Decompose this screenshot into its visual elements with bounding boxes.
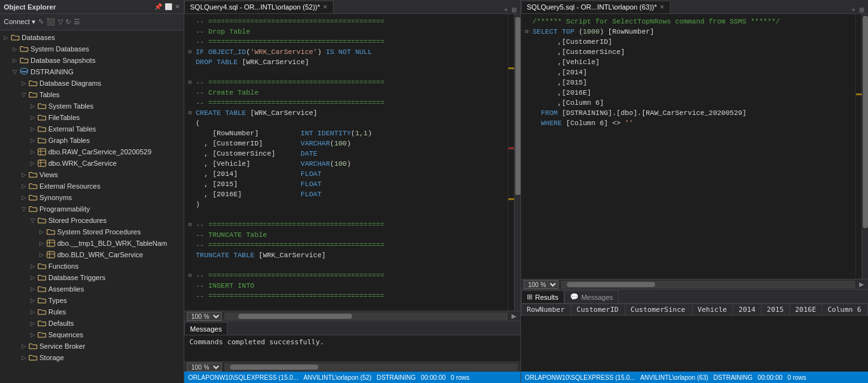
tree-item-stored-procedures[interactable]: ▽Stored Procedures [0, 215, 184, 226]
connect-button[interactable]: Connect ▾ [4, 18, 36, 26]
expand-icon-assemblies[interactable]: ▷ [28, 285, 37, 293]
expand-icon-rules[interactable]: ▷ [28, 307, 37, 316]
left-tab-bar: SQLQuery4.sql - OR...INTL\orlapon (52))*… [184, 0, 520, 14]
left-bottom-zoom-select[interactable]: 100 % [187, 363, 222, 372]
expand-icon-external-tables[interactable]: ▷ [28, 124, 37, 133]
tree-item-system-tables[interactable]: ▷System Tables [0, 100, 184, 112]
expand-icon-service-broker[interactable]: ▷ [19, 342, 28, 351]
new-query-icon[interactable]: ✎ [38, 18, 44, 26]
close-tab-2-icon[interactable]: ✕ [660, 4, 665, 10]
stop-icon[interactable]: ⬛ [46, 18, 55, 26]
results-grid-icon: ⊞ [527, 293, 532, 301]
tree-item-databases[interactable]: ▷Databases [0, 32, 184, 43]
tree-item-sequences[interactable]: ▷Sequences [0, 329, 184, 340]
left-vertical-scroll[interactable] [514, 14, 520, 311]
expand-icon-views[interactable]: ▷ [19, 170, 28, 179]
expand-icon-file-tables[interactable]: ▷ [28, 113, 37, 122]
tree-item-functions[interactable]: ▷Functions [0, 260, 184, 272]
tree-item-assemblies[interactable]: ▷Assemblies [0, 283, 184, 295]
tree-item-programmability[interactable]: ▽Programmability [0, 203, 184, 215]
expand-icon-wrk-carservice[interactable]: ▷ [28, 159, 37, 168]
collapse-icon[interactable]: ⊟ [187, 47, 193, 57]
sql-tab-2[interactable]: SQLQuery5.sql - OR...INTL\orlapon (63))*… [521, 1, 670, 13]
expand-icon-storage[interactable]: ▷ [19, 353, 28, 362]
left-scroll-right-btn[interactable]: ▶ [510, 312, 518, 319]
tree-item-wrk-carservice[interactable]: ▷dbo.WRK_CarService [0, 158, 184, 169]
collapse-icon[interactable]: ⊟ [187, 220, 193, 230]
tree-item-service-broker[interactable]: ▷Service Broker [0, 340, 184, 352]
expand-icon-db-diagrams[interactable]: ▷ [19, 79, 28, 88]
props-icon[interactable]: ☰ [74, 18, 80, 26]
expand-icon-system-tables[interactable]: ▷ [28, 102, 37, 111]
tree-item-graph-tables[interactable]: ▷Graph Tables [0, 135, 184, 146]
tree-item-system-dbs[interactable]: ▷System Databases [0, 43, 184, 55]
collapse-icon[interactable]: ⊟ [524, 27, 530, 37]
tree-item-db-snapshots[interactable]: ▷Database Snapshots [0, 55, 184, 66]
split-left-button[interactable]: ⊞ [510, 6, 518, 13]
tree-item-system-stored-procs[interactable]: ▷System Stored Procedures [0, 226, 184, 238]
expand-icon-tables[interactable]: ▽ [19, 90, 28, 99]
tree-item-external-resources[interactable]: ▷External Resources [0, 180, 184, 192]
left-code-scroll[interactable]: -- =====================================… [184, 14, 508, 311]
right-vertical-scroll[interactable] [862, 14, 868, 279]
results-table-container[interactable]: RowNumberCustomerIDCustomerSinceVehicle2… [521, 304, 868, 372]
right-zoom-select[interactable]: 100 % [524, 280, 559, 289]
tree-item-rules[interactable]: ▷Rules [0, 306, 184, 318]
expand-icon-system-dbs[interactable]: ▷ [10, 44, 19, 53]
tree-item-storage[interactable]: ▷Storage [0, 352, 184, 363]
tree-item-synonyms[interactable]: ▷Synonyms [0, 192, 184, 203]
resize-icon[interactable]: ⬜ [165, 3, 172, 10]
filter-icon[interactable]: ▽ [58, 18, 63, 26]
close-tab-1-icon[interactable]: ✕ [323, 4, 328, 10]
left-zoom-select[interactable]: 100 % [187, 312, 222, 321]
right-status-db: DSTRAINING [714, 374, 753, 381]
expand-icon-system-stored-procs[interactable]: ▷ [37, 227, 46, 236]
tree-item-tables[interactable]: ▽Tables [0, 89, 184, 100]
tree-item-dstraining[interactable]: ▽DSTRAINING [0, 66, 184, 77]
expand-icon-dstraining[interactable]: ▽ [10, 67, 19, 76]
tree-item-types[interactable]: ▷Types [0, 295, 184, 306]
expand-icon-raw-carservice[interactable]: ▷ [28, 147, 37, 156]
code-line: ,[2016E] [521, 88, 855, 98]
right-scroll-right-btn[interactable]: ▶ [858, 281, 865, 288]
tree-label-external-tables: External Tables [48, 125, 96, 133]
tree-item-db-triggers[interactable]: ▷Database Triggers [0, 272, 184, 283]
tree-item-file-tables[interactable]: ▷FileTables [0, 112, 184, 123]
results-tab[interactable]: ⊞ Results [521, 290, 564, 303]
expand-icon-types[interactable]: ▷ [28, 296, 37, 305]
tree-item-bld-wrk-carservice[interactable]: ▷dbo.BLD_WRK_CarService [0, 249, 184, 260]
expand-icon-stored-procedures[interactable]: ▽ [28, 216, 37, 225]
expand-icon-programmability[interactable]: ▽ [19, 205, 28, 213]
expand-icon-sequences[interactable]: ▷ [28, 330, 37, 339]
sql-tab-1[interactable]: SQLQuery4.sql - OR...INTL\orlapon (52))*… [184, 1, 334, 13]
expand-icon-defaults[interactable]: ▷ [28, 319, 37, 328]
split-right-button[interactable]: ⊞ [858, 6, 865, 13]
expand-icon-db-snapshots[interactable]: ▷ [10, 56, 19, 65]
tree-item-db-diagrams[interactable]: ▷Database Diagrams [0, 77, 184, 89]
add-tab-right-button[interactable]: + [850, 6, 857, 13]
collapse-icon[interactable]: ⊟ [187, 77, 193, 88]
close-oe-icon[interactable]: ✕ [175, 3, 180, 10]
pin-icon[interactable]: 📌 [154, 3, 162, 10]
expand-icon-external-resources[interactable]: ▷ [19, 182, 28, 191]
messages-results-tab[interactable]: 💬 Messages [564, 290, 619, 303]
tree-item-tmp-bld-wrk[interactable]: ▷dbo.__tmp1_BLD_WRK_TableNam [0, 238, 184, 249]
expand-icon-db-triggers[interactable]: ▷ [28, 273, 37, 282]
expand-icon-functions[interactable]: ▷ [28, 262, 37, 271]
collapse-icon[interactable]: ⊟ [187, 271, 193, 281]
expand-icon-graph-tables[interactable]: ▷ [28, 136, 37, 145]
tree-item-views[interactable]: ▷Views [0, 169, 184, 180]
right-code-scroll[interactable]: /****** Script for SelectTopNRows comman… [521, 14, 855, 279]
tree-item-raw-carservice[interactable]: ▷dbo.RAW_CarService_20200529 [0, 146, 184, 158]
tree-item-defaults[interactable]: ▷Defaults [0, 318, 184, 329]
tree-item-external-tables[interactable]: ▷External Tables [0, 123, 184, 135]
expand-icon-synonyms[interactable]: ▷ [19, 193, 28, 202]
expand-icon-databases[interactable]: ▷ [1, 33, 10, 42]
expand-icon-tmp-bld-wrk[interactable]: ▷ [37, 239, 46, 248]
messages-tab[interactable]: Messages [184, 322, 227, 335]
add-tab-left-button[interactable]: + [503, 6, 509, 13]
refresh-icon[interactable]: ↻ [65, 18, 71, 26]
expand-icon-bld-wrk-carservice[interactable]: ▷ [37, 250, 46, 259]
collapse-icon[interactable]: ⊟ [187, 108, 193, 118]
results-tab-bar: ⊞ Results 💬 Messages [521, 290, 868, 304]
